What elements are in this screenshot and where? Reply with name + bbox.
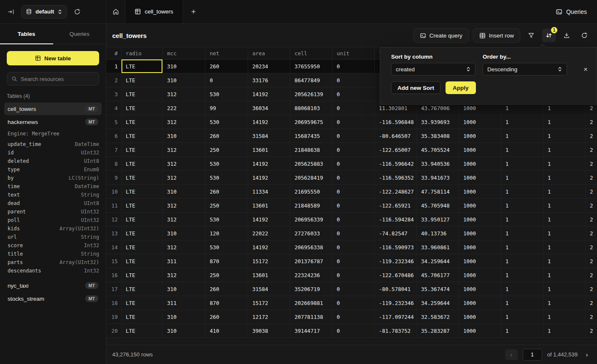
table-cell[interactable]: 260 <box>205 310 248 324</box>
insert-row-button[interactable]: Insert row <box>473 28 520 43</box>
tab-cell-towers[interactable]: cell_towers <box>125 0 183 23</box>
table-cell[interactable]: 0 <box>205 73 248 87</box>
table-cell[interactable]: 1 <box>543 185 586 198</box>
row-number[interactable]: 8 <box>106 157 122 170</box>
table-cell[interactable]: 1 <box>501 185 543 198</box>
table-cell[interactable]: 31584 <box>248 129 290 143</box>
table-cell[interactable]: 312 <box>163 171 205 184</box>
table-cell[interactable]: 0 <box>332 143 375 156</box>
row-number[interactable]: 15 <box>106 254 122 268</box>
table-cell[interactable]: 870 <box>205 296 248 310</box>
column-header[interactable]: area <box>248 47 290 59</box>
table-cell[interactable]: 13601 <box>248 199 290 212</box>
table-cell[interactable]: 310 <box>163 59 205 73</box>
table-cell[interactable]: 120 <box>205 226 248 240</box>
table-cell[interactable]: 1 <box>543 296 586 310</box>
sort-button[interactable]: 1 <box>542 29 556 42</box>
table-cell[interactable]: 13601 <box>248 143 290 156</box>
table-cell[interactable]: -122.65921 <box>375 199 417 212</box>
table-cell[interactable]: 1 <box>543 226 586 240</box>
table-cell[interactable]: 1 <box>543 254 586 268</box>
table-cell[interactable]: 0 <box>332 73 375 87</box>
table-cell[interactable]: 1 <box>501 157 543 170</box>
table-cell[interactable]: 1 <box>543 268 586 282</box>
table-cell[interactable]: 15172 <box>248 254 290 268</box>
add-new-sort-button[interactable]: Add new Sort <box>391 81 440 94</box>
row-number[interactable]: 6 <box>106 129 122 143</box>
table-cell[interactable]: 34.259644 <box>417 254 459 268</box>
table-cell[interactable]: 2 <box>586 213 597 226</box>
table-cell[interactable]: 260 <box>205 282 248 296</box>
table-cell[interactable]: 1000 <box>459 185 501 198</box>
table-cell[interactable]: 206956339 <box>290 213 332 226</box>
table-cell[interactable]: 1 <box>543 324 586 337</box>
table-cell[interactable]: 1000 <box>459 157 501 170</box>
table-cell[interactable]: 1 <box>501 129 543 143</box>
table-cell[interactable]: 2 <box>586 324 597 337</box>
table-cell[interactable]: 1 <box>501 324 543 337</box>
table-cell[interactable]: LTE <box>122 171 163 184</box>
table-cell[interactable]: 310 <box>163 324 205 337</box>
table-cell[interactable]: 1000 <box>459 324 501 337</box>
row-number[interactable]: 16 <box>106 268 122 282</box>
sort-column-select[interactable]: created <box>391 63 475 75</box>
table-cell[interactable]: 0 <box>332 157 375 170</box>
table-cell[interactable]: 1 <box>501 296 543 310</box>
table-cell[interactable]: 35.383408 <box>417 129 459 143</box>
table-cell[interactable]: 310 <box>163 185 205 198</box>
table-cell[interactable]: 2 <box>586 240 597 254</box>
table-cell[interactable]: -122.65007 <box>375 143 417 156</box>
queries-button[interactable]: Queries <box>546 0 597 23</box>
table-cell[interactable]: 206956338 <box>290 240 332 254</box>
row-number[interactable]: 7 <box>106 143 122 156</box>
table-cell[interactable]: 39038 <box>248 324 290 337</box>
table-cell[interactable]: 0 <box>332 282 375 296</box>
refresh-databases-button[interactable] <box>71 6 83 18</box>
row-number[interactable]: 19 <box>106 310 122 324</box>
sort-order-select[interactable]: Descending <box>483 63 567 75</box>
table-cell[interactable]: LTE <box>122 199 163 212</box>
row-number[interactable]: 18 <box>106 296 122 310</box>
table-cell[interactable]: 312 <box>163 87 205 101</box>
row-number[interactable]: 13 <box>106 226 122 240</box>
sidebar-tab-queries[interactable]: Queries <box>53 24 106 44</box>
table-cell[interactable]: 35.367474 <box>417 282 459 296</box>
table-cell[interactable]: 250 <box>205 199 248 212</box>
table-cell[interactable]: 202669881 <box>290 296 332 310</box>
table-cell[interactable]: -119.232346 <box>375 254 417 268</box>
table-cell[interactable]: 1 <box>543 199 586 212</box>
row-number[interactable]: 12 <box>106 213 122 226</box>
table-cell[interactable]: 201376787 <box>290 254 332 268</box>
row-number[interactable]: 14 <box>106 240 122 254</box>
table-cell[interactable]: 33176 <box>248 73 290 87</box>
table-cell[interactable]: 312 <box>163 240 205 254</box>
table-cell[interactable]: -119.232346 <box>375 296 417 310</box>
new-tab-button[interactable]: + <box>183 0 204 23</box>
table-cell[interactable]: 33.940536 <box>417 157 459 170</box>
table-cell[interactable]: LTE <box>122 115 163 129</box>
table-cell[interactable]: 35206719 <box>290 282 332 296</box>
sidebar-item-stocks-stream[interactable]: stocks_stream MT <box>4 292 102 305</box>
table-cell[interactable]: 1 <box>543 310 586 324</box>
table-cell[interactable]: 47.758114 <box>417 185 459 198</box>
table-cell[interactable]: LTE <box>122 101 163 115</box>
table-cell[interactable]: 1 <box>543 240 586 254</box>
table-cell[interactable]: 260 <box>205 129 248 143</box>
table-cell[interactable]: 205626139 <box>290 87 332 101</box>
download-button[interactable] <box>560 29 573 42</box>
table-cell[interactable]: 312 <box>163 143 205 156</box>
table-cell[interactable]: 2 <box>586 226 597 240</box>
table-cell[interactable]: 2 <box>586 199 597 212</box>
table-cell[interactable]: LTE <box>122 282 163 296</box>
table-cell[interactable]: 32.583672 <box>417 310 459 324</box>
table-cell[interactable]: 21848638 <box>290 143 332 156</box>
table-cell[interactable]: 250 <box>205 268 248 282</box>
table-cell[interactable]: 1 <box>501 240 543 254</box>
column-header[interactable]: mcc <box>163 47 205 59</box>
table-cell[interactable]: 222 <box>163 101 205 115</box>
table-cell[interactable]: 1 <box>501 115 543 129</box>
sidebar-tab-tables[interactable]: Tables <box>0 24 53 44</box>
sidebar-item-nyc-taxi[interactable]: nyc_taxi MT <box>4 279 102 292</box>
home-button[interactable] <box>106 0 125 23</box>
table-cell[interactable]: 205625883 <box>290 157 332 170</box>
